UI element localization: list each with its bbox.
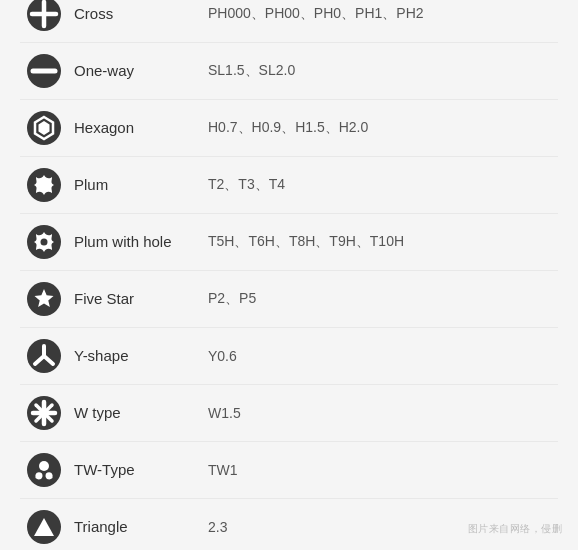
type-name-cross: Cross (68, 5, 208, 22)
table-row-five-star: Five Star P2、P5 (20, 271, 558, 328)
type-values-plum: T2、T3、T4 (208, 176, 558, 194)
cross-icon (20, 0, 68, 32)
type-values-cross: PH000、PH00、PH0、PH1、PH2 (208, 5, 558, 23)
table-row-cross: Cross PH000、PH00、PH0、PH1、PH2 (20, 0, 558, 43)
type-values-y-shape: Y0.6 (208, 348, 558, 364)
plum-icon (20, 167, 68, 203)
svg-point-10 (41, 238, 48, 245)
triangle-icon (20, 509, 68, 545)
type-name-one-way: One-way (68, 62, 208, 79)
svg-point-17 (42, 354, 46, 358)
table-row-y-shape: Y-shape Y0.6 (20, 328, 558, 385)
w-type-icon (20, 395, 68, 431)
table-row-hexagon: Hexagon H0.7、H0.9、H1.5、H2.0 (20, 100, 558, 157)
type-name-plum-with-hole: Plum with hole (68, 233, 208, 250)
five-star-icon (20, 281, 68, 317)
screwdriver-table: Cross PH000、PH00、PH0、PH1、PH2 One-way SL1… (0, 0, 578, 550)
type-name-hexagon: Hexagon (68, 119, 208, 136)
type-values-tw-type: TW1 (208, 462, 558, 478)
type-name-y-shape: Y-shape (68, 347, 208, 364)
tw-type-icon (20, 452, 68, 488)
type-name-five-star: Five Star (68, 290, 208, 307)
type-values-one-way: SL1.5、SL2.0 (208, 62, 558, 80)
one-way-icon (20, 53, 68, 89)
y-shape-icon (20, 338, 68, 374)
type-name-triangle: Triangle (68, 518, 208, 535)
hexagon-icon (20, 110, 68, 146)
table-row-tw-type: TW-Type TW1 (20, 442, 558, 499)
type-name-plum: Plum (68, 176, 208, 193)
type-values-hexagon: H0.7、H0.9、H1.5、H2.0 (208, 119, 558, 137)
table-row-plum: Plum T2、T3、T4 (20, 157, 558, 214)
table-row-plum-with-hole: Plum with hole T5H、T6H、T8H、T9H、T10H (20, 214, 558, 271)
plum-with-hole-icon (20, 224, 68, 260)
type-values-plum-with-hole: T5H、T6H、T8H、T9H、T10H (208, 233, 558, 251)
table-row-one-way: One-way SL1.5、SL2.0 (20, 43, 558, 100)
type-values-w-type: W1.5 (208, 405, 558, 421)
type-values-five-star: P2、P5 (208, 290, 558, 308)
type-name-tw-type: TW-Type (68, 461, 208, 478)
type-name-w-type: W type (68, 404, 208, 421)
watermark: 图片来自网络，侵删 (468, 522, 563, 536)
table-row-w-type: W type W1.5 (20, 385, 558, 442)
